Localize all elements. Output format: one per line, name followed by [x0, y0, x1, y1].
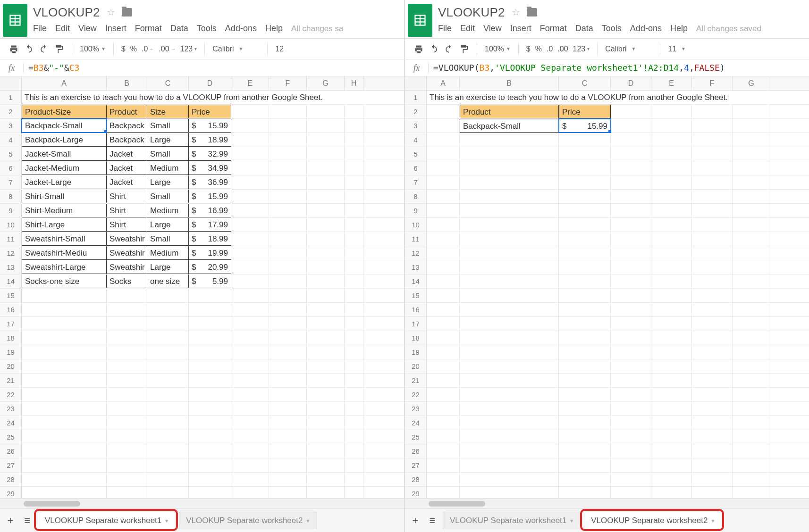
cell[interactable]	[22, 289, 107, 302]
cell[interactable]	[733, 204, 770, 217]
zoom-dropdown[interactable]: 100% ▼	[485, 45, 511, 53]
cell[interactable]: Large	[147, 218, 189, 232]
cell[interactable]	[651, 317, 692, 331]
cell[interactable]	[345, 416, 363, 430]
cell[interactable]	[269, 260, 307, 274]
percent-button[interactable]: %	[535, 45, 542, 53]
cell[interactable]	[427, 444, 460, 458]
cell[interactable]	[345, 444, 363, 458]
cell[interactable]	[427, 345, 460, 359]
cell[interactable]: Jacket-Medium	[22, 161, 107, 175]
row-header[interactable]: 12	[405, 246, 427, 260]
cell[interactable]	[22, 359, 107, 373]
cell[interactable]	[307, 416, 345, 430]
cell[interactable]	[692, 473, 733, 486]
cell[interactable]	[733, 303, 770, 316]
cell[interactable]	[307, 190, 345, 203]
row-header[interactable]: 28	[0, 473, 22, 486]
cell[interactable]	[427, 402, 460, 416]
cell[interactable]	[147, 402, 189, 416]
menu-insert[interactable]: Insert	[105, 24, 126, 33]
row-header[interactable]: 11	[405, 232, 427, 246]
cell[interactable]	[231, 232, 269, 246]
row-header[interactable]: 8	[405, 190, 427, 203]
cell[interactable]	[269, 444, 307, 458]
cell[interactable]	[307, 402, 345, 416]
row-header[interactable]: 6	[405, 161, 427, 175]
column-header-H[interactable]: H	[345, 76, 363, 90]
cell[interactable]	[611, 388, 651, 401]
cell[interactable]	[460, 416, 559, 430]
row-header[interactable]: 27	[405, 458, 427, 472]
cell[interactable]	[307, 359, 345, 373]
cell[interactable]	[231, 388, 269, 401]
cell[interactable]	[611, 274, 651, 288]
cell[interactable]	[611, 246, 651, 260]
folder-icon[interactable]	[122, 8, 132, 17]
cell[interactable]: Sweatshirt-Small	[22, 232, 107, 246]
cell[interactable]: Large	[147, 260, 189, 274]
cell[interactable]	[692, 147, 733, 161]
row-header[interactable]: 10	[405, 218, 427, 232]
cell[interactable]	[559, 345, 611, 359]
row-header[interactable]: 9	[405, 204, 427, 217]
column-header-E[interactable]: E	[651, 76, 692, 90]
cell[interactable]	[189, 289, 231, 302]
cell[interactable]: This is an exercise to teach you how to …	[427, 91, 770, 104]
row-header[interactable]: 10	[0, 218, 22, 232]
cell[interactable]	[22, 374, 107, 387]
cell[interactable]: Backpack	[107, 133, 147, 147]
cell[interactable]	[427, 232, 460, 246]
row-header[interactable]: 23	[0, 402, 22, 416]
cell[interactable]: Product	[460, 105, 559, 118]
cell[interactable]	[559, 133, 611, 147]
row-header[interactable]: 1	[405, 91, 427, 104]
cell[interactable]	[559, 359, 611, 373]
cell[interactable]: Jacket-Large	[22, 175, 107, 189]
cell[interactable]	[427, 161, 460, 175]
column-header-G[interactable]: G	[733, 76, 770, 90]
cell[interactable]	[651, 430, 692, 444]
cell[interactable]	[427, 133, 460, 147]
column-header-E[interactable]: E	[231, 76, 269, 90]
cell[interactable]	[559, 473, 611, 486]
cell[interactable]	[611, 487, 651, 498]
cell[interactable]: Backpack	[107, 119, 147, 133]
cell[interactable]	[107, 388, 147, 401]
cell[interactable]	[692, 359, 733, 373]
cell[interactable]: Backpack-Large	[22, 133, 107, 147]
cell[interactable]	[692, 444, 733, 458]
cell[interactable]	[692, 374, 733, 387]
cell[interactable]	[231, 416, 269, 430]
cell[interactable]: Jacket	[107, 175, 147, 189]
cell[interactable]	[427, 359, 460, 373]
menu-help[interactable]: Help	[670, 24, 688, 33]
row-header[interactable]: 22	[405, 388, 427, 401]
row-header[interactable]: 19	[0, 345, 22, 359]
cell[interactable]	[651, 105, 692, 118]
all-sheets-button[interactable]: ≡	[21, 514, 34, 527]
cell[interactable]	[460, 232, 559, 246]
cell[interactable]	[692, 487, 733, 498]
cell[interactable]	[231, 246, 269, 260]
cell[interactable]: This is an exercise to teach you how to …	[22, 91, 363, 104]
cell[interactable]	[231, 119, 269, 133]
menu-view[interactable]: View	[483, 24, 502, 33]
cell[interactable]	[107, 303, 147, 316]
cell[interactable]	[189, 473, 231, 486]
cell[interactable]	[460, 345, 559, 359]
cell[interactable]	[231, 204, 269, 217]
cell[interactable]	[269, 161, 307, 175]
cell[interactable]	[307, 317, 345, 331]
cell[interactable]	[231, 105, 269, 118]
cell[interactable]	[559, 430, 611, 444]
cell[interactable]	[733, 260, 770, 274]
row-header[interactable]: 3	[405, 119, 427, 133]
cell[interactable]	[231, 289, 269, 302]
cell[interactable]	[269, 119, 307, 133]
cell[interactable]	[611, 317, 651, 331]
cell[interactable]	[307, 260, 345, 274]
cell[interactable]: Large	[147, 133, 189, 147]
cell[interactable]	[460, 374, 559, 387]
cell[interactable]	[269, 303, 307, 316]
